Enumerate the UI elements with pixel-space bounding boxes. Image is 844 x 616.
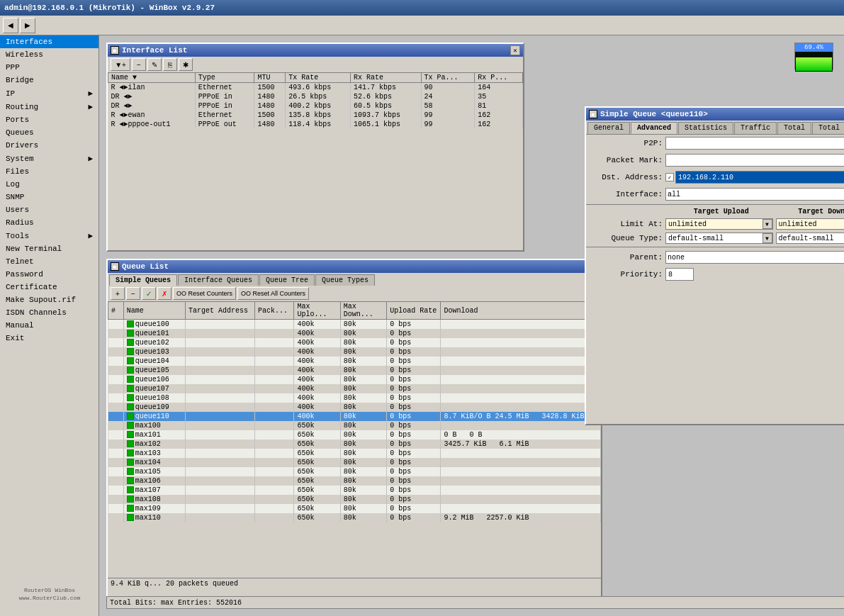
queue-type-upload-arrow[interactable]: ▼ <box>763 233 772 243</box>
queue-row[interactable]: max101 650k 80k 0 bps 0 B 0 B <box>108 430 601 439</box>
queue-row[interactable]: queue103 400k 80k 0 bps <box>108 347 601 357</box>
sq-tab-total[interactable]: Total <box>777 122 811 134</box>
queue-row[interactable]: queue102 400k 80k 0 bps <box>108 338 601 347</box>
queue-row[interactable]: max102 650k 80k 0 bps 3425.7 KiB 6.1 MiB <box>108 439 601 449</box>
queue-add-btn[interactable]: + <box>111 287 125 300</box>
queue-col-maxup[interactable]: Max Uplo... <box>294 302 340 320</box>
queue-row[interactable]: max104 650k 80k 0 bps <box>108 458 601 467</box>
iface-comment-btn[interactable]: ✱ <box>179 58 193 71</box>
sidebar-item-drivers[interactable]: Drivers <box>0 139 99 152</box>
sidebar-item-users[interactable]: Users <box>0 203 99 216</box>
queue-tab-queue-types[interactable]: Queue Types <box>315 274 375 286</box>
iface-row[interactable]: R ◄►ilan Ethernet 1500 493.6 kbps 141.7 … <box>108 83 523 93</box>
queue-col-pack[interactable]: Pack... <box>254 302 294 320</box>
queue-disable-btn[interactable]: ✗ <box>157 287 171 300</box>
priority-input[interactable] <box>665 268 694 281</box>
sidebar-item-tools[interactable]: Tools▶ <box>0 229 99 242</box>
back-button[interactable]: ◀ <box>3 18 18 33</box>
iface-col-name[interactable]: Name ▼ <box>108 73 196 83</box>
sidebar-item-make-supout.rif[interactable]: Make Supout.rif <box>0 293 99 306</box>
queue-enable-btn[interactable]: ✓ <box>142 287 156 300</box>
iface-row[interactable]: R ◄►ewan Ethernet 1500 135.8 kbps 1093.7… <box>108 111 523 120</box>
parent-select[interactable]: none ▼ <box>665 251 844 264</box>
iface-col-type[interactable]: Type <box>195 73 254 83</box>
packet-mark-select[interactable]: ▼ <box>665 154 844 167</box>
queue-col-uprate[interactable]: Upload Rate <box>387 302 441 320</box>
queue-tab-simple-queues[interactable]: Simple Queues <box>109 274 177 286</box>
iface-copy-btn[interactable]: ⎘ <box>163 58 177 71</box>
sidebar-item-password[interactable]: Password <box>0 268 99 281</box>
queue-row[interactable]: queue107 400k 80k 0 bps <box>108 384 601 393</box>
queue-row[interactable]: queue101 400k 80k 0 bps <box>108 329 601 338</box>
queue-row[interactable]: queue108 400k 80k 0 bps <box>108 393 601 403</box>
p2p-select[interactable]: ▼ <box>665 137 844 150</box>
queue-col-dl[interactable]: Download <box>441 302 601 320</box>
sidebar-item-snmp[interactable]: SNMP <box>0 191 99 203</box>
iface-row[interactable]: R ◄►pppoe-out1 PPPoE out 1480 118.4 kbps… <box>108 120 523 129</box>
iface-add-btn[interactable]: ▼+ <box>111 58 130 71</box>
queue-row[interactable]: max109 650k 80k 0 bps <box>108 504 601 513</box>
queue-row[interactable]: max110 650k 80k 0 bps 9.2 MiB 2257.0 KiB <box>108 513 601 522</box>
iface-col-mtu[interactable]: MTU <box>254 73 286 83</box>
iface-row[interactable]: DR ◄► PPPoE in 1480 26.5 kbps 52.6 kbps … <box>108 92 523 101</box>
sidebar-item-isdn-channels[interactable]: ISDN Channels <box>0 306 99 319</box>
queue-row[interactable]: queue104 400k 80k 0 bps <box>108 357 601 366</box>
iface-table-container[interactable]: Name ▼ Type MTU Tx Rate Rx Rate Tx Pa...… <box>108 72 523 242</box>
sidebar-item-routing[interactable]: Routing▶ <box>0 100 99 113</box>
sq-tab-advanced[interactable]: Advanced <box>631 122 677 134</box>
sidebar-item-radius[interactable]: Radius <box>0 216 99 229</box>
sidebar-item-bridge[interactable]: Bridge <box>0 74 99 86</box>
queue-table-container[interactable]: # Name Target Address Pack... Max Uplo..… <box>108 301 601 578</box>
queue-col-target[interactable]: Target Address <box>185 302 254 320</box>
iface-col-txpa[interactable]: Tx Pa... <box>421 73 475 83</box>
queue-row[interactable]: queue100 400k 80k 0 bps <box>108 320 601 330</box>
queue-row[interactable]: max103 650k 80k 0 bps <box>108 449 601 458</box>
iface-col-rxp[interactable]: Rx P... <box>475 73 523 83</box>
queue-tab-interface-queues[interactable]: Interface Queues <box>178 274 259 286</box>
sq-tab-traffic[interactable]: Traffic <box>734 122 777 134</box>
sidebar-item-ip[interactable]: IP▶ <box>0 86 99 100</box>
sidebar-item-manual[interactable]: Manual <box>0 319 99 332</box>
iface-row[interactable]: DR ◄► PPPoE in 1480 400.2 kbps 60.5 kbps… <box>108 101 523 111</box>
sidebar-item-exit[interactable]: Exit <box>0 332 99 345</box>
sidebar-item-ports[interactable]: Ports <box>0 113 99 126</box>
forward-button[interactable]: ▶ <box>20 18 35 33</box>
queue-col-name[interactable]: Name <box>123 302 185 320</box>
sidebar-item-interfaces[interactable]: Interfaces <box>0 35 99 48</box>
sidebar-item-new-terminal[interactable]: New Terminal <box>0 242 99 255</box>
sidebar-item-certificate[interactable]: Certificate <box>0 281 99 293</box>
iface-col-rxrate[interactable]: Rx Rate <box>350 73 421 83</box>
dst-address-checkbox[interactable]: ✓ <box>665 173 674 181</box>
iface-remove-btn[interactable]: − <box>132 58 146 71</box>
queue-row[interactable]: queue110 400k 80k 0 bps 8.7 KiB/O B 24.5… <box>108 412 601 421</box>
limit-at-upload-arrow[interactable]: ▼ <box>763 219 772 229</box>
sidebar-item-queues[interactable]: Queues <box>0 126 99 139</box>
reset-counters-btn[interactable]: OO Reset Counters <box>173 287 236 300</box>
queue-row[interactable]: max100 650k 80k 0 bps <box>108 421 601 430</box>
sq-tab-statistics[interactable]: Statistics <box>678 122 733 134</box>
queue-remove-btn[interactable]: − <box>126 287 140 300</box>
sidebar-item-telnet[interactable]: Telnet <box>0 255 99 268</box>
sidebar-item-log[interactable]: Log <box>0 178 99 191</box>
queue-col-num[interactable]: # <box>108 302 124 320</box>
iface-win-close[interactable]: ✕ <box>510 45 520 55</box>
queue-col-maxdown[interactable]: Max Down... <box>340 302 386 320</box>
sidebar-item-ppp[interactable]: PPP <box>0 61 99 74</box>
iface-edit-btn[interactable]: ✎ <box>147 58 162 71</box>
queue-row[interactable]: max106 650k 80k 0 bps <box>108 476 601 486</box>
queue-row[interactable]: max105 650k 80k 0 bps <box>108 467 601 476</box>
queue-row[interactable]: queue106 400k 80k 0 bps <box>108 375 601 384</box>
queue-tab-queue-tree[interactable]: Queue Tree <box>259 274 315 286</box>
interface-select[interactable]: all ▼ <box>665 188 844 201</box>
sidebar-item-wireless[interactable]: Wireless <box>0 48 99 61</box>
sq-tab-general[interactable]: General <box>587 122 630 134</box>
sidebar-item-system[interactable]: System▶ <box>0 152 99 165</box>
dst-address-input[interactable] <box>675 171 844 184</box>
queue-row[interactable]: queue105 400k 80k 0 bps <box>108 366 601 375</box>
reset-all-btn[interactable]: OO Reset All Counters <box>237 287 309 300</box>
iface-col-txrate[interactable]: Tx Rate <box>286 73 351 83</box>
sidebar-item-files[interactable]: Files <box>0 165 99 178</box>
queue-row[interactable]: queue109 400k 80k 0 bps <box>108 403 601 412</box>
sq-tab-total-statistics[interactable]: Total Statistics <box>812 122 844 134</box>
queue-row[interactable]: max107 650k 80k 0 bps <box>108 486 601 495</box>
